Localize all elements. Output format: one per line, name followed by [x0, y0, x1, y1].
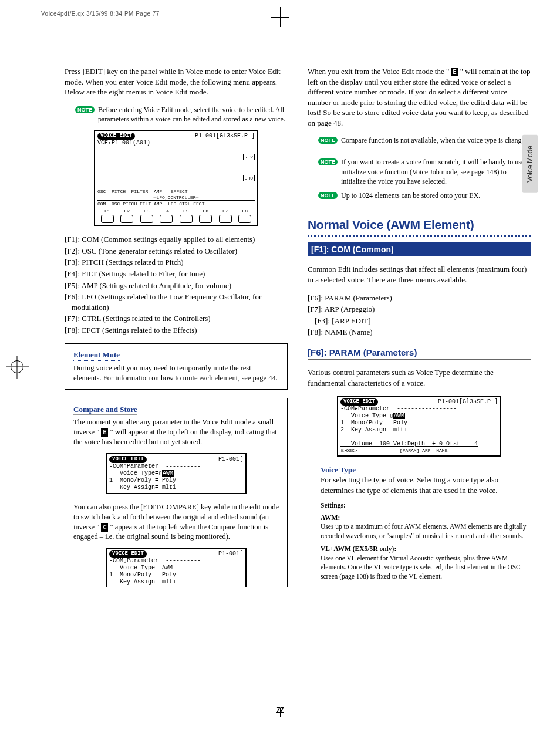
bar-heading-f1-com: [F1]: COM (Common): [308, 242, 531, 257]
com-intro: Common Edit includes settings that affec…: [308, 264, 531, 285]
note-badge-icon: NOTE: [75, 106, 95, 113]
note-badge-icon: NOTE: [318, 137, 338, 144]
lcd-param-screen: VOICE EDIT P1-001[Gl3sSE.P ] -COM▸Parame…: [337, 396, 501, 457]
compare-store-title: Compare and Store: [73, 404, 137, 416]
inverse-e-icon: E: [101, 428, 108, 437]
dotted-rule: [308, 235, 531, 237]
lcd-tag: VOICE EDIT: [97, 133, 135, 140]
lcd-compare-edited: VOICE EDIT P1-001[ -COM▯Parameter ------…: [106, 453, 247, 494]
list-item: [F4]: FILT (Settings related to Filter, …: [65, 269, 288, 279]
note-2: NOTE Compare function is not available, …: [318, 136, 531, 145]
element-mute-box: Element Mute During voice edit you may n…: [65, 343, 288, 389]
list-item: [F2]: OSC (Tone generator settings relat…: [65, 246, 288, 256]
settings-label: Settings:: [321, 501, 531, 511]
list-item: [F5]: AMP (Settings related to Amplitude…: [65, 281, 288, 291]
crop-mark-top: [271, 7, 289, 18]
list-item: [F3]: PITCH (Settings related to Pitch): [65, 257, 288, 268]
setting-awm: AWM: Uses up to a maximum of four AWM el…: [321, 514, 531, 541]
list-item: [F7]: CTRL (Settings related to the Cont…: [65, 313, 288, 324]
lcd-compare-original: VOICE EDIT P1-001[ -COM▯Parameter ------…: [106, 548, 247, 587]
left-column: Press [EDIT] key on the panel while in V…: [65, 59, 288, 596]
inverse-c-icon: C: [101, 523, 108, 532]
exit-edit-paragraph: When you exit from the Voice Edit mode t…: [308, 66, 531, 128]
lcd-softkey-row: [97, 215, 255, 223]
lcd-fkey-row: F1F2 F3F4 F5F6 F7F8: [97, 208, 255, 214]
right-column: When you exit from the Voice Edit mode t…: [308, 59, 531, 596]
intro-paragraph: Press [EDIT] key on the panel while in V…: [65, 66, 288, 97]
function-key-list: [F1]: COM (Common settings equally appli…: [65, 234, 288, 335]
inverse-e-icon: E: [451, 68, 458, 76]
compare-store-box: Compare and Store The moment you alter a…: [65, 398, 288, 588]
list-item: [F3]: [ARP EDIT]: [308, 316, 531, 326]
lcd-voice-edit-menu: VOICE EDIT P1-001[Gl3sSE.P ] VCE▸P1-001(…: [94, 130, 258, 226]
list-item: [F7]: ARP (Arpeggio): [308, 304, 531, 315]
list-item: [F8]: NAME (Name): [308, 327, 531, 337]
list-item: [F8]: EFCT (Settings related to the Effe…: [65, 325, 288, 336]
note-1: NOTE Before entering Voice Edit mode, se…: [75, 105, 288, 124]
com-menu-list: [F6]: PARAM (Parameters) [F7]: ARP (Arpe…: [308, 293, 531, 337]
voice-type-title: Voice Type: [321, 465, 531, 475]
voice-type-block: Voice Type For selecting the type of voi…: [321, 465, 531, 496]
heading-f6-param: [F6]: PARAM (Parameters): [308, 347, 531, 360]
section-title-normal-voice: Normal Voice (AWM Element): [308, 217, 531, 233]
note-badge-icon: NOTE: [318, 192, 338, 199]
param-intro: Various control parameters such as Voice…: [308, 367, 531, 388]
list-item: [F1]: COM (Common settings equally appli…: [65, 234, 288, 245]
note-3: NOTE If you want to create a voice from …: [318, 157, 531, 186]
print-header: Voice4pdf/E.qx 3/15/99 8:34 PM Page 77: [41, 11, 160, 17]
setting-vl-awm: VL+AWM (EX5/5R only): Uses one VL elemen…: [321, 545, 531, 581]
note-badge-icon: NOTE: [318, 158, 338, 165]
registration-mark-left: [11, 360, 23, 373]
note-4: NOTE Up to 1024 elements can be stored o…: [318, 191, 531, 200]
list-item: [F6]: LFO (Settings related to the Low F…: [65, 292, 288, 312]
side-tab: Voice Mode: [522, 135, 538, 193]
list-item: [F6]: PARAM (Parameters): [308, 293, 531, 303]
settings-block: Settings: AWM: Uses up to a maximum of f…: [321, 501, 531, 581]
page-number: 77: [276, 706, 284, 713]
element-mute-title: Element Mute: [73, 350, 120, 361]
